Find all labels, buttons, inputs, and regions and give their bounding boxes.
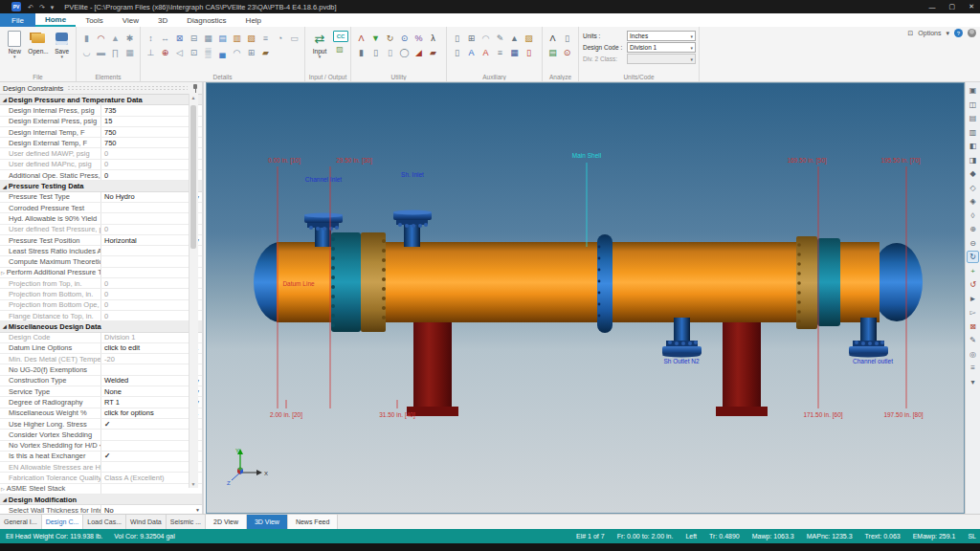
view-right-icon[interactable]: ◨ (967, 154, 979, 166)
hopper-icon[interactable]: ▼ (368, 31, 383, 45)
view-tab-2d-view[interactable]: 2D View (206, 515, 247, 529)
insulation-icon[interactable]: ≡ (258, 31, 273, 45)
panel-icon[interactable]: ▯ (450, 31, 464, 45)
wind-profile-icon[interactable]: ▒ (201, 45, 215, 59)
property-value[interactable]: 735 (100, 105, 202, 115)
new-button[interactable]: New▾ (4, 30, 26, 58)
calculator-icon[interactable]: ▦ (507, 45, 522, 59)
property-value[interactable]: click to edit… (100, 343, 202, 353)
cc-icon[interactable]: CC (333, 31, 348, 42)
view-bottom-icon[interactable]: ▥ (967, 126, 979, 139)
property-value[interactable] (100, 213, 202, 223)
qat-dropdown-icon[interactable]: ▾ (51, 4, 55, 11)
column-icon[interactable]: ▯ (368, 45, 383, 59)
units-select[interactable]: Inches▾ (627, 31, 696, 41)
property-value[interactable] (100, 268, 202, 277)
saddle-support-icon[interactable]: ◁ (172, 45, 187, 59)
measure-icon[interactable]: ✎ (967, 334, 979, 346)
section-header[interactable]: ◢Design Pressure and Temperature Data (0, 95, 202, 105)
save-button[interactable]: Save▾ (51, 30, 73, 58)
font-blue-icon[interactable]: A (464, 45, 479, 59)
property-value[interactable] (100, 364, 202, 374)
section-header[interactable]: ◢Design Modification (0, 495, 202, 505)
property-value[interactable]: No Hydro▼ (100, 192, 202, 202)
trunnion-icon[interactable]: ▰ (258, 45, 273, 59)
select-icon[interactable]: ► (967, 293, 979, 305)
box-zoom-icon[interactable]: ⊠ (967, 320, 979, 333)
panel-tab-design-c-[interactable]: Design C... (42, 515, 84, 529)
select-add-icon[interactable]: ▻ (967, 306, 979, 319)
property-value[interactable]: None▼ (100, 386, 202, 396)
property-value[interactable]: 0 (100, 170, 202, 180)
property-value[interactable]: 750 (100, 138, 202, 147)
lining-icon[interactable]: ▧ (244, 31, 258, 45)
iso-view-4-icon[interactable]: ◊ (967, 209, 979, 222)
ring-icon[interactable]: ◯ (397, 45, 412, 59)
iso-view-1-icon[interactable]: ◆ (967, 167, 979, 180)
input-button[interactable]: ⇄Input▾ (308, 30, 331, 58)
account-icon[interactable] (968, 29, 976, 37)
menu-tab-view[interactable]: View (113, 13, 148, 27)
property-value[interactable]: click for options… (100, 408, 202, 418)
lambda-icon[interactable]: λ (426, 31, 440, 45)
property-value[interactable] (100, 430, 202, 439)
undo-icon[interactable]: ↶ (28, 4, 33, 11)
platform-icon[interactable]: ⊟ (187, 31, 201, 45)
conical-head-icon[interactable]: ▲ (108, 31, 122, 45)
leg-support-icon[interactable]: ⊕ (158, 45, 172, 59)
body-flange-icon[interactable]: ✱ (122, 31, 137, 45)
halfpipe-icon[interactable]: ◔ (273, 31, 287, 45)
liquid-level-icon[interactable]: ▄ (215, 45, 230, 59)
cylinder-element-icon[interactable]: ▮ (79, 31, 94, 45)
options-dropdown-icon[interactable]: ▾ (946, 30, 949, 37)
weight-icon[interactable]: ▦ (201, 31, 215, 45)
report-icon[interactable]: ▯ (560, 31, 574, 45)
window-layout-icon[interactable]: ⊡ (907, 30, 913, 37)
column2-icon[interactable]: ▯ (450, 45, 464, 59)
property-value[interactable]: ✓ (100, 452, 202, 461)
options-button[interactable]: Options (918, 30, 941, 36)
batch-icon[interactable]: ▤ (546, 45, 560, 59)
property-value[interactable]: Horizontal▼ (100, 235, 202, 245)
folder-export-icon[interactable]: ▨ (522, 31, 536, 45)
menu-tab-tools[interactable]: Tools (76, 13, 113, 27)
flat-head-icon[interactable]: ▬ (94, 45, 108, 59)
derrick2-icon[interactable]: ▲ (507, 31, 522, 45)
zoom-find-icon[interactable]: ⊙ (397, 31, 412, 45)
panel-header[interactable]: Design Constraints (0, 82, 202, 95)
vessel-drawing-icon[interactable]: ▯ (383, 45, 397, 59)
open-button[interactable]: Open... (28, 30, 50, 58)
derrick-icon[interactable]: Λ (354, 31, 368, 45)
pan-icon[interactable]: + (967, 265, 979, 277)
property-value[interactable] (100, 246, 202, 255)
tank-icon[interactable]: ▮ (354, 45, 368, 59)
stress-chart-icon[interactable]: % (412, 31, 426, 45)
panel-tab-general-i-[interactable]: General I... (0, 515, 42, 529)
pick-icon[interactable]: ✎ (493, 31, 507, 45)
menu-tab-3d[interactable]: 3D (148, 13, 177, 27)
property-value[interactable] (100, 484, 202, 494)
panel-tab-wind-data[interactable]: Wind Data (126, 515, 167, 529)
panel-tab-seismic-[interactable]: Seismic ... (167, 515, 206, 529)
skirt-support-icon[interactable]: ∏ (108, 45, 122, 59)
redo-icon[interactable]: ↷ (39, 4, 45, 11)
stiffening-ring-icon[interactable]: ↔ (158, 31, 172, 45)
bom-list-icon[interactable]: ≡ (493, 45, 507, 59)
basering-icon[interactable]: ▦ (122, 45, 137, 59)
scroll-up-icon[interactable]: ▲ (189, 95, 197, 100)
menu-tab-home[interactable]: Home (35, 13, 76, 27)
app-icon[interactable]: PV (11, 2, 21, 11)
orbit-icon[interactable]: ↺ (967, 278, 979, 291)
property-value[interactable]: 750 (100, 127, 202, 137)
close-button[interactable]: ✕ (969, 3, 974, 11)
tray-icon[interactable]: ▤ (215, 31, 230, 45)
cloud-icon[interactable]: ◠ (479, 31, 493, 45)
view-tab-news-feed[interactable]: News Feed (288, 515, 338, 529)
torispherical-head-icon[interactable]: ◡ (79, 45, 94, 59)
view-top-icon[interactable]: ▤ (967, 112, 979, 124)
lug-icon[interactable]: ⊠ (172, 31, 187, 45)
menu-tab-help[interactable]: Help (236, 13, 271, 27)
menu-tab-diagnostics[interactable]: Diagnostics (177, 13, 235, 27)
basering-details-icon[interactable]: ⊥ (144, 45, 158, 59)
scrollbar-thumb[interactable] (190, 105, 196, 249)
